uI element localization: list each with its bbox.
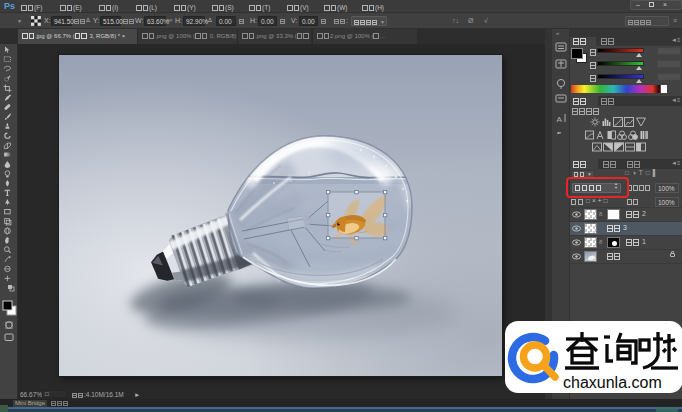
svg-text:A: A <box>557 115 563 124</box>
svg-text:¶: ¶ <box>557 130 561 134</box>
svg-text:chaxunla.com: chaxunla.com <box>563 374 662 391</box>
